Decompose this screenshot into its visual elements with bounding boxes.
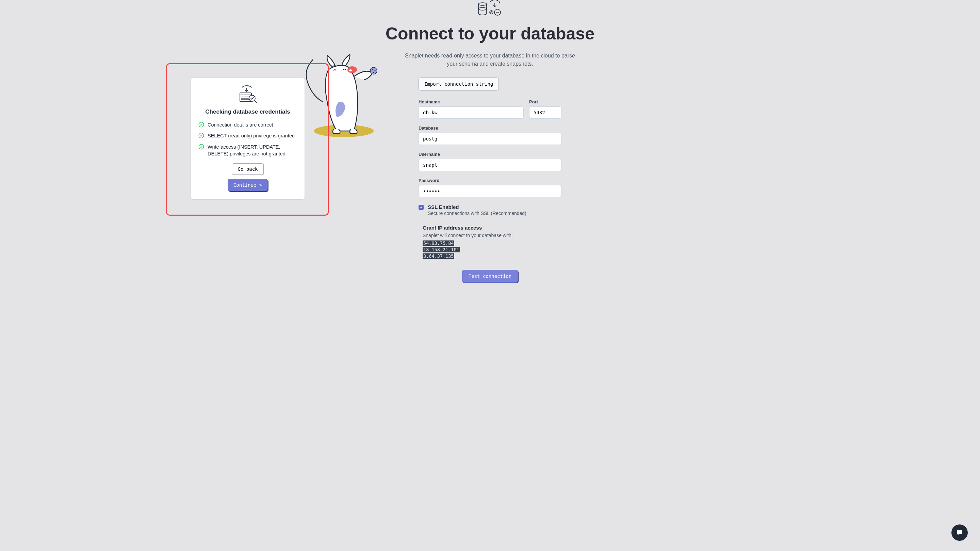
- hostname-label: Hostname: [418, 99, 524, 105]
- go-back-button[interactable]: Go back: [232, 163, 263, 175]
- ip-access-title: Grant IP address access: [423, 225, 562, 230]
- svg-point-23: [199, 133, 204, 138]
- username-label: Username: [418, 152, 562, 157]
- svg-point-6: [491, 11, 492, 13]
- database-input[interactable]: [418, 133, 562, 145]
- success-check-icon: [198, 133, 204, 138]
- ssl-label: SSL Enabled: [428, 204, 527, 210]
- page-subtitle: Snaplet needs read-only access to your d…: [401, 52, 579, 68]
- ip-address: 18.158.21.101: [423, 247, 460, 252]
- database-label: Database: [418, 125, 562, 130]
- ip-access-subtitle: Snaplet will connect to your database wi…: [423, 233, 562, 238]
- svg-point-20: [249, 95, 255, 102]
- check-icon: [420, 206, 423, 209]
- check-item-text: SELECT (read-only) privilege is granted: [208, 132, 295, 139]
- port-label: Port: [529, 99, 562, 105]
- cat-illustration: [299, 49, 381, 138]
- svg-point-1: [479, 8, 487, 10]
- check-item-text: Connection details are correct: [208, 121, 273, 128]
- port-input[interactable]: [529, 106, 562, 119]
- ip-address: 3.64.37.135: [423, 253, 454, 259]
- page-title: Connect to your database: [327, 24, 653, 43]
- ip-address: 54.93.75.84: [423, 240, 454, 246]
- ssl-subtext: Secure connections with SSL (Recommended…: [428, 211, 527, 216]
- svg-point-11: [373, 72, 374, 73]
- test-connection-button[interactable]: Test connection: [462, 270, 518, 283]
- modal-title: Checking database credentials: [198, 108, 297, 115]
- chat-fab-button[interactable]: [951, 524, 968, 541]
- hero-database-icon: [327, 0, 653, 17]
- password-input[interactable]: [418, 185, 562, 197]
- svg-point-10: [375, 70, 375, 71]
- svg-point-12: [347, 66, 357, 73]
- success-check-icon: [198, 122, 204, 127]
- ssl-checkbox[interactable]: [418, 205, 424, 210]
- import-connection-button[interactable]: Import connection string: [418, 78, 499, 91]
- svg-point-9: [372, 69, 373, 70]
- check-item-text: Write-access (INSERT, UPDATE, DELETE) pr…: [208, 143, 297, 157]
- svg-point-5: [490, 11, 493, 14]
- svg-point-8: [370, 67, 377, 74]
- password-label: Password: [418, 178, 562, 183]
- hostname-input[interactable]: [418, 106, 524, 119]
- chat-icon: [956, 529, 963, 537]
- success-check-icon: [198, 144, 204, 150]
- svg-line-21: [255, 101, 256, 103]
- continue-button[interactable]: Continue >: [228, 179, 268, 191]
- svg-point-22: [199, 122, 204, 127]
- modal-database-search-icon: [198, 85, 297, 104]
- svg-point-24: [199, 144, 204, 149]
- username-input[interactable]: [418, 159, 562, 171]
- svg-point-13: [349, 69, 352, 71]
- svg-point-0: [479, 3, 487, 5]
- credentials-check-modal: Checking database credentials Connection…: [191, 78, 305, 200]
